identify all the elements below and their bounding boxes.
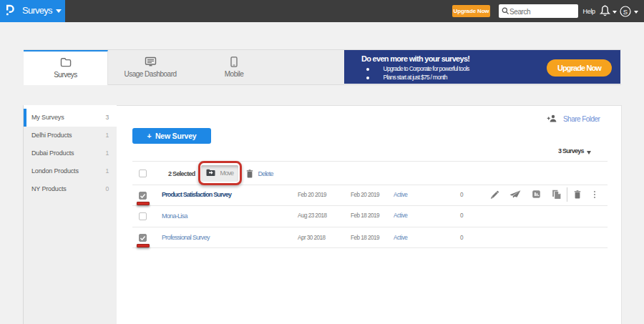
svg-text:S: S bbox=[623, 8, 628, 16]
